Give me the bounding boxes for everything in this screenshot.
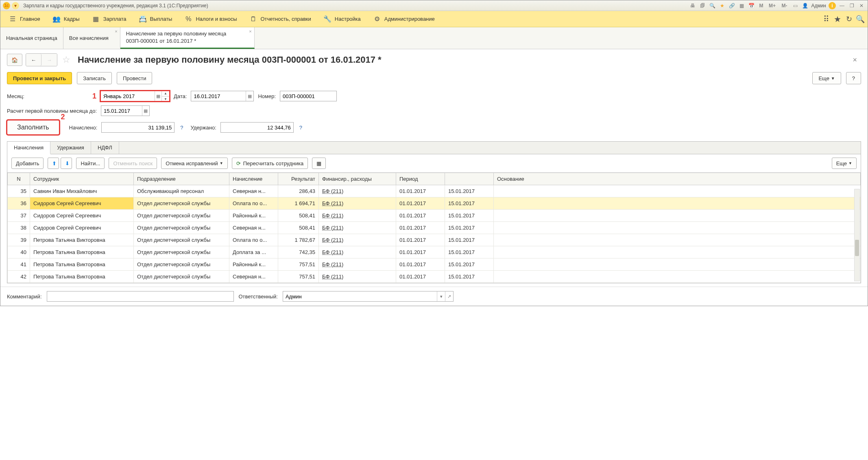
date-picker-icon[interactable]: ▦ xyxy=(246,91,253,101)
table-row[interactable]: 38Сидоров Сергей СергеевичОтдел диспетче… xyxy=(8,222,861,234)
calc-date-input[interactable] xyxy=(101,106,142,116)
home-button[interactable]: 🏠 xyxy=(7,54,22,66)
user-label[interactable]: Админ xyxy=(811,3,826,9)
favorite-icon[interactable]: ★ xyxy=(718,2,726,9)
col-n[interactable]: N xyxy=(8,173,30,185)
write-button[interactable]: Записать xyxy=(77,72,112,84)
menu-burger[interactable]: ☰Главное xyxy=(4,13,45,26)
col-period[interactable]: Период xyxy=(396,173,445,185)
columns-settings-button[interactable]: ▦ xyxy=(312,158,326,169)
cancel-corrections-button[interactable]: Отмена исправлений ▼ xyxy=(161,158,228,169)
favorite-star-icon[interactable]: ☆ xyxy=(62,55,70,65)
responsible-field[interactable]: ▾ ↗ xyxy=(283,291,454,302)
more-button[interactable]: Еще ▼ xyxy=(812,72,841,84)
col-basis[interactable]: Основание xyxy=(494,173,861,185)
minimize-icon[interactable]: — xyxy=(838,2,846,9)
tab-accrual-document[interactable]: Начисление за первую половину месяца 003… xyxy=(120,27,255,49)
help-button[interactable]: ? xyxy=(846,72,861,84)
month-field[interactable]: ▦ ▲▼ xyxy=(100,91,170,101)
find-button[interactable]: Найти... xyxy=(76,158,105,169)
forward-button[interactable]: → xyxy=(41,54,57,66)
scroll-thumb[interactable] xyxy=(855,240,859,256)
cell-financing[interactable]: БФ (211) xyxy=(319,222,396,234)
cell-financing[interactable]: БФ (211) xyxy=(319,210,396,222)
col-result[interactable]: Результат xyxy=(278,173,319,185)
tab-ndfl[interactable]: НДФЛ xyxy=(91,142,119,154)
history-icon[interactable]: ↻ xyxy=(845,15,853,23)
tab-close-icon[interactable]: × xyxy=(249,29,251,34)
menu-zarplata[interactable]: ▦Зарплата xyxy=(87,13,131,26)
menu-kadry[interactable]: 👥Кадры xyxy=(48,13,85,26)
link-icon[interactable]: 🔗 xyxy=(728,2,735,9)
cell-financing[interactable]: БФ (211) xyxy=(319,271,396,283)
close-icon[interactable]: ✕ xyxy=(858,2,865,9)
accrued-help-icon[interactable]: ? xyxy=(180,125,183,131)
col-period-end[interactable] xyxy=(445,173,494,185)
date-field[interactable]: ▦ xyxy=(191,91,254,101)
search-icon[interactable]: 🔍 xyxy=(709,2,716,9)
calc-date-picker-icon[interactable]: ▦ xyxy=(142,106,149,116)
tab-all-accruals[interactable]: Все начисления × xyxy=(63,27,120,49)
table-row[interactable]: 39Петрова Татьяна ВикторовнаОтдел диспет… xyxy=(8,234,861,246)
cell-financing[interactable]: БФ (211) xyxy=(319,246,396,258)
tab-deductions[interactable]: Удержания xyxy=(50,142,91,154)
cancel-search-button[interactable]: Отменить поиск xyxy=(109,158,157,169)
move-down-button[interactable]: ⬇ xyxy=(61,158,72,169)
titlebar-dropdown-icon[interactable]: ▾ xyxy=(12,2,19,9)
accruals-table[interactable]: N Сотрудник Подразделение Начисление Рез… xyxy=(7,173,861,283)
info-icon[interactable]: i xyxy=(829,2,836,9)
star-icon[interactable]: ★ xyxy=(833,15,842,23)
month-input[interactable] xyxy=(101,91,155,101)
cell-financing[interactable]: БФ (211) xyxy=(319,185,396,197)
responsible-dropdown-icon[interactable]: ▾ xyxy=(437,291,445,301)
menu-nalogi[interactable]: %Налоги и взносы xyxy=(179,13,242,26)
comment-field[interactable] xyxy=(47,291,234,302)
menu-vyplaty[interactable]: 📇Выплаты xyxy=(134,13,177,26)
cell-financing[interactable]: БФ (211) xyxy=(319,234,396,246)
month-spinner[interactable]: ▲▼ xyxy=(161,91,169,101)
table-row[interactable]: 36Сидоров Сергей СергеевичОтдел диспетче… xyxy=(8,197,861,210)
tab-close-icon[interactable]: × xyxy=(115,29,117,34)
user-icon[interactable]: 👤 xyxy=(801,2,809,9)
spin-up-icon[interactable]: ▲ xyxy=(162,91,169,96)
tab-start-page[interactable]: Начальная страница xyxy=(0,27,63,49)
cell-financing[interactable]: БФ (211) xyxy=(319,258,396,271)
menu-admin[interactable]: ⚙Администрирование xyxy=(368,13,440,26)
grid-icon[interactable]: ▦ xyxy=(738,2,745,9)
doc-icon[interactable]: 🗐 xyxy=(699,2,706,9)
month-picker-icon[interactable]: ▦ xyxy=(155,91,161,101)
back-button[interactable]: ← xyxy=(26,54,41,66)
comment-input[interactable] xyxy=(47,291,233,301)
print-icon[interactable]: 🖶 xyxy=(689,2,696,9)
withheld-help-icon[interactable]: ? xyxy=(299,125,302,131)
table-row[interactable]: 40Петрова Татьяна ВикторовнаОтдел диспет… xyxy=(8,246,861,258)
apps-icon[interactable]: ⠿ xyxy=(822,15,830,23)
fill-button[interactable]: Заполнить xyxy=(7,120,59,135)
tab-accruals[interactable]: Начисления xyxy=(7,142,50,154)
post-button[interactable]: Провести xyxy=(117,72,153,84)
number-input[interactable] xyxy=(280,91,336,101)
col-department[interactable]: Подразделение xyxy=(134,173,229,185)
date-input[interactable] xyxy=(191,91,246,101)
calc-date-field[interactable]: ▦ xyxy=(101,105,150,116)
number-field[interactable] xyxy=(280,91,337,101)
responsible-open-icon[interactable]: ↗ xyxy=(445,291,453,301)
calendar-icon[interactable]: 📅 xyxy=(748,2,755,9)
page-close-icon[interactable]: × xyxy=(848,54,861,66)
tabsheet-more-button[interactable]: Еще ▼ xyxy=(832,158,857,169)
recalc-employee-button[interactable]: ⟳Пересчитать сотрудника xyxy=(232,158,308,169)
table-row[interactable]: 37Сидоров Сергей СергеевичОтдел диспетче… xyxy=(8,210,861,222)
memory-mminus[interactable]: M- xyxy=(779,2,789,9)
memory-mplus[interactable]: M+ xyxy=(767,2,777,9)
table-row[interactable]: 41Петрова Татьяна ВикторовнаОтдел диспет… xyxy=(8,258,861,271)
col-accrual[interactable]: Начисление xyxy=(229,173,278,185)
post-and-close-button[interactable]: Провести и закрыть xyxy=(7,72,72,84)
table-row[interactable]: 35Савкин Иван МихайловичОбслуживающий пе… xyxy=(8,185,861,197)
responsible-input[interactable] xyxy=(283,291,437,301)
maximize-icon[interactable]: ❐ xyxy=(848,2,855,9)
search-menu-icon[interactable]: 🔍 xyxy=(856,15,864,23)
col-employee[interactable]: Сотрудник xyxy=(30,173,134,185)
cell-financing[interactable]: БФ (211) xyxy=(319,197,396,210)
spin-down-icon[interactable]: ▼ xyxy=(162,96,169,101)
menu-reports[interactable]: 🗒Отчетность, справки xyxy=(244,13,316,26)
